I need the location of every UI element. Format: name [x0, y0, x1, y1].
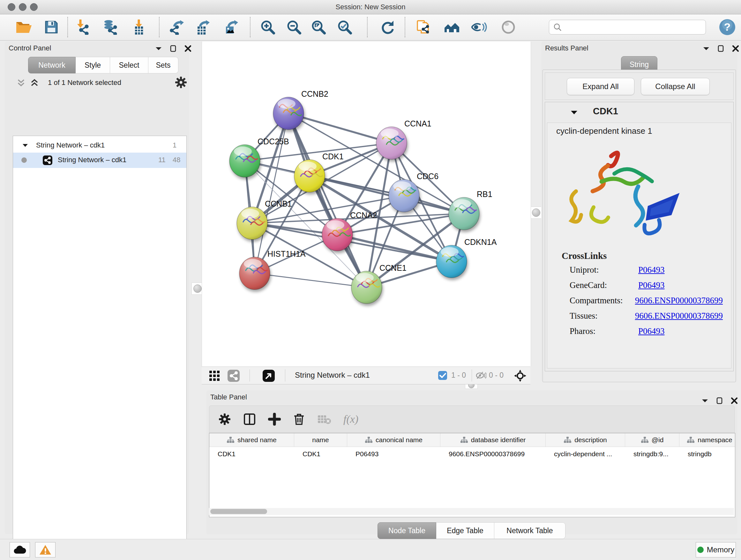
close-panel-icon[interactable] [732, 45, 739, 52]
node-CCNB1[interactable] [237, 207, 267, 240]
node-CCNA1[interactable] [376, 127, 407, 159]
fit-selected-crosshair-icon[interactable] [514, 369, 527, 382]
table-row[interactable]: CDK1CDK1P064939606.ENSP00000378699cyclin… [209, 447, 735, 461]
crosslink-link[interactable]: 9606.ENSP00000378699 [635, 311, 723, 321]
node-layer: CCNB2 CCNA1 CDC25B CDK1 CDC6 RB1 CCNB1 C… [229, 89, 497, 304]
edge-HIST1H1A-CCNE1[interactable] [255, 273, 367, 287]
crosslink-link[interactable]: P06493 [638, 280, 665, 290]
delete-column-icon[interactable] [293, 413, 305, 426]
node-CDKN1A[interactable] [436, 245, 467, 278]
column-header-namespace[interactable]: namespace [679, 433, 735, 447]
table-cell[interactable]: 9606.ENSP00000378699 [441, 447, 546, 461]
import-table-button[interactable] [131, 17, 150, 37]
search-box[interactable] [549, 20, 706, 35]
tab-network[interactable]: Network [28, 57, 76, 73]
tab-sets[interactable]: Sets [148, 57, 179, 73]
close-panel-icon[interactable] [731, 397, 738, 405]
crosslink-link[interactable]: P06493 [638, 326, 665, 336]
network-from-clipboard-button[interactable] [414, 17, 433, 37]
highlight-button[interactable] [499, 17, 518, 37]
save-session-button[interactable] [42, 17, 61, 37]
open-session-button[interactable] [14, 17, 33, 37]
network-row-selected[interactable]: String Network – cdk1 11 48 [13, 152, 186, 168]
selected-checkbox-icon[interactable] [438, 371, 448, 380]
show-graphics-details-button[interactable] [469, 17, 488, 37]
tab-edge-table[interactable]: Edge Table [436, 522, 494, 539]
node-HIST1H1A[interactable] [239, 257, 270, 290]
zoom-selected-button[interactable] [335, 17, 354, 37]
node-RB1[interactable] [449, 197, 479, 230]
home-button[interactable] [442, 17, 461, 37]
tab-select[interactable]: Select [110, 57, 148, 73]
network-options-gear-icon[interactable] [175, 76, 187, 89]
table-cell[interactable]: P06493 [347, 447, 441, 461]
expand-all-button[interactable]: Expand All [567, 78, 634, 95]
float-panel-icon[interactable] [702, 45, 710, 52]
crosslinks-list: Uniprot: P06493GeneCard: P06493Compartme… [569, 265, 723, 341]
zoom-fit-button[interactable] [309, 17, 328, 37]
refresh-button[interactable] [378, 17, 397, 37]
cloud-button[interactable] [10, 542, 30, 557]
share-view-icon[interactable] [227, 369, 240, 382]
tab-style[interactable]: Style [76, 57, 110, 73]
warnings-button[interactable] [35, 542, 56, 557]
tab-node-table[interactable]: Node Table [378, 522, 436, 539]
memory-button[interactable]: Memory [696, 542, 736, 557]
column-header-id[interactable]: @id [625, 433, 679, 447]
search-input[interactable] [562, 23, 697, 32]
help-button[interactable]: ? [718, 17, 737, 37]
zoom-out-button[interactable] [284, 17, 304, 37]
open-in-window-icon[interactable] [262, 369, 275, 382]
column-header-name[interactable]: name [294, 433, 347, 447]
import-network-database-button[interactable] [101, 17, 120, 37]
node-CDC6[interactable] [389, 179, 419, 212]
column-header-shared-name[interactable]: shared name [209, 433, 294, 447]
close-panel-icon[interactable] [184, 45, 192, 52]
right-splitter-handle[interactable] [530, 206, 542, 219]
table-options-gear-icon[interactable] [218, 413, 231, 426]
edge-CCNB2-CCNE1[interactable] [288, 113, 367, 287]
column-header-canonical-name[interactable]: canonical name [347, 433, 441, 447]
table-cell[interactable]: CDK1 [209, 447, 294, 461]
maximize-panel-icon[interactable] [716, 397, 724, 405]
tab-network-table[interactable]: Network Table [494, 522, 565, 539]
node-CCNA2[interactable] [322, 219, 353, 251]
float-panel-icon[interactable] [701, 397, 709, 405]
maximize-panel-icon[interactable] [170, 45, 177, 52]
node-CDC25B[interactable] [229, 145, 260, 177]
edge-CDK1-RB1[interactable] [310, 176, 464, 213]
zoom-in-button[interactable] [258, 17, 277, 37]
export-network-button[interactable] [167, 17, 186, 37]
float-panel-icon[interactable] [155, 45, 162, 52]
table-cell[interactable]: stringdb:9... [625, 447, 679, 461]
table-cell[interactable]: CDK1 [294, 447, 347, 461]
entry-expander-icon[interactable] [570, 109, 578, 117]
gene-name: CDK1 [593, 106, 618, 117]
column-header-description[interactable]: description [546, 433, 625, 447]
crosslink-link[interactable]: P06493 [638, 265, 665, 275]
node-CDK1[interactable] [294, 160, 325, 192]
tree-mapping-icon [641, 436, 649, 443]
network-canvas[interactable]: CCNB2 CCNA1 CDC25B CDK1 CDC6 RB1 CCNB1 C… [202, 42, 531, 367]
birdseye-grid-icon[interactable] [209, 370, 220, 381]
table-horizontal-scrollbar[interactable] [209, 508, 734, 515]
scrollbar-thumb[interactable] [210, 509, 267, 514]
show-columns-icon[interactable] [243, 413, 256, 426]
node-CCNB2[interactable] [273, 97, 304, 130]
maximize-panel-icon[interactable] [717, 45, 725, 52]
collapse-all-button[interactable]: Collapse All [641, 78, 710, 95]
export-image-button[interactable] [221, 17, 241, 37]
collection-expander-icon[interactable] [22, 142, 28, 149]
hidden-eye-icon[interactable] [475, 371, 486, 380]
network-collection-row[interactable]: String Network – cdk1 1 [13, 138, 186, 152]
node-CCNE1[interactable] [351, 271, 382, 304]
import-network-button[interactable] [74, 17, 93, 37]
edge-CCNB2-CCNA1[interactable] [288, 113, 392, 143]
crosslink-link[interactable]: 9606.ENSP00000378699 [635, 296, 723, 306]
export-table-button[interactable] [193, 17, 212, 37]
network-view-toolbar: String Network – cdk1 1 - 0 0 - 0 [202, 367, 530, 384]
add-column-icon[interactable] [268, 413, 281, 426]
table-cell[interactable]: stringdb [679, 447, 735, 461]
column-header-database-identifier[interactable]: database identifier [441, 433, 546, 447]
table-cell[interactable]: cyclin-dependent ... [546, 447, 625, 461]
